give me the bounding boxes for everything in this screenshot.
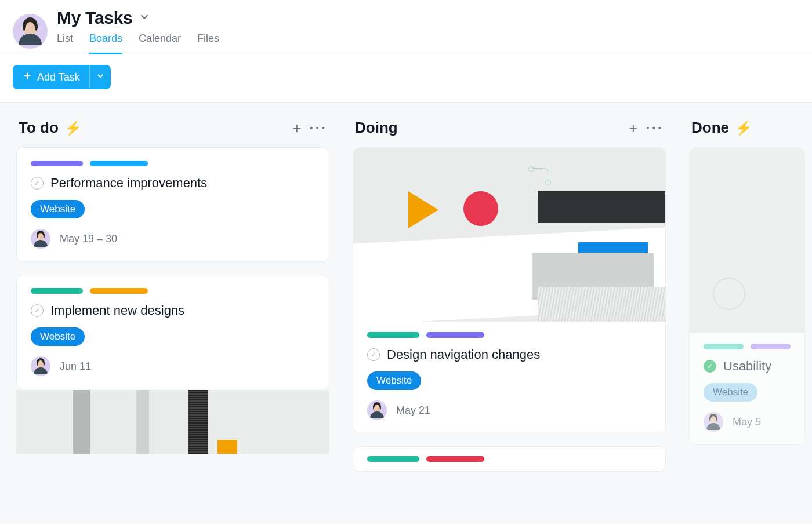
card-list: ✓ Design navigation changes Website May …: [353, 147, 666, 472]
project-pill: [90, 161, 148, 166]
column-actions: + ···: [292, 121, 327, 136]
complete-check-icon[interactable]: ✓: [31, 304, 44, 317]
task-title: Implement new designs: [50, 303, 184, 318]
project-pill: [426, 456, 484, 462]
task-title: Usability: [723, 359, 771, 374]
task-card[interactable]: [353, 446, 666, 472]
project-pill: [704, 344, 744, 349]
task-title: Performance improvements: [50, 176, 207, 191]
toolbar: Add Task: [0, 54, 812, 103]
header-row: My Tasks List Boards Calendar Files: [13, 8, 799, 54]
project-pill: [367, 332, 419, 338]
due-date: May 19 – 30: [60, 233, 117, 245]
project-pill: [31, 288, 83, 294]
task-card[interactable]: [16, 402, 329, 454]
complete-check-icon[interactable]: ✓: [367, 348, 380, 361]
card-list: ✓ Performance improvements Website May 1…: [16, 147, 329, 454]
card-list: ✓ Usability Website May 5: [689, 147, 805, 445]
task-card[interactable]: ✓ Usability Website May 5: [689, 147, 805, 445]
tab-files[interactable]: Files: [197, 29, 219, 54]
task-card[interactable]: ✓ Performance improvements Website May 1…: [16, 147, 329, 262]
project-pill: [367, 456, 419, 462]
column-header: Done ⚡: [689, 116, 805, 147]
task-meta: May 21: [367, 400, 651, 420]
assignee-avatar[interactable]: [704, 412, 723, 432]
project-pill: [751, 344, 791, 349]
page-title: My Tasks: [57, 8, 132, 28]
view-tabs: List Boards Calendar Files: [57, 29, 219, 54]
assignee-avatar[interactable]: [367, 400, 387, 420]
column-actions: + ···: [629, 121, 664, 136]
task-card[interactable]: ✓ Design navigation changes Website May …: [353, 147, 666, 433]
title-block: My Tasks List Boards Calendar Files: [57, 8, 219, 54]
project-pill: [90, 288, 148, 294]
column-title: To do: [19, 119, 59, 137]
profile-avatar[interactable]: [13, 14, 48, 49]
column-header: Doing + ···: [353, 116, 666, 147]
card-cover-image: [353, 148, 665, 322]
card-cover-image: [16, 390, 329, 454]
task-tag[interactable]: Website: [704, 383, 757, 402]
add-task-button[interactable]: Add Task: [13, 65, 89, 89]
add-card-icon[interactable]: +: [292, 121, 301, 136]
task-tag[interactable]: Website: [367, 371, 421, 390]
page-header: My Tasks List Boards Calendar Files: [0, 0, 812, 54]
due-date: May 5: [733, 416, 761, 428]
board: To do ⚡ + ··· ✓ Performance improvements…: [0, 103, 812, 524]
task-title: Design navigation changes: [387, 347, 540, 362]
column-title-wrap[interactable]: Doing: [355, 119, 398, 137]
column-done: Done ⚡ ✓ Usability Website: [689, 116, 805, 511]
column-doing: Doing + ···: [353, 116, 666, 511]
task-title-line: ✓ Design navigation changes: [367, 347, 651, 362]
due-date: Jun 11: [60, 360, 91, 373]
chevron-down-icon: [96, 71, 105, 83]
card-pill-row: [31, 288, 315, 294]
column-header: To do ⚡ + ···: [16, 116, 329, 147]
title-line[interactable]: My Tasks: [57, 8, 219, 28]
task-card[interactable]: ✓ Implement new designs Website Jun 11: [16, 275, 329, 389]
bolt-icon: ⚡: [735, 120, 752, 136]
project-pill: [426, 332, 484, 338]
due-date: May 21: [396, 405, 430, 417]
column-title-wrap[interactable]: Done ⚡: [691, 119, 752, 137]
task-tag[interactable]: Website: [31, 327, 85, 346]
tab-boards[interactable]: Boards: [89, 29, 122, 54]
column-more-icon[interactable]: ···: [646, 121, 664, 136]
bolt-icon: ⚡: [64, 120, 82, 136]
card-pill-row: [367, 332, 651, 338]
task-title-line: ✓ Performance improvements: [31, 176, 315, 191]
tab-list[interactable]: List: [57, 29, 73, 54]
chevron-down-icon: [138, 10, 151, 25]
plus-icon: [22, 71, 32, 84]
assignee-avatar[interactable]: [31, 229, 50, 249]
add-task-button-group: Add Task: [13, 65, 111, 89]
card-pill-row: [704, 344, 791, 349]
column-title: Done: [691, 119, 729, 137]
add-task-label: Add Task: [37, 71, 80, 83]
add-task-dropdown[interactable]: [89, 65, 111, 89]
complete-check-icon[interactable]: ✓: [31, 177, 44, 190]
add-card-icon[interactable]: +: [629, 121, 637, 136]
task-meta: May 19 – 30: [31, 229, 315, 249]
complete-check-icon[interactable]: ✓: [704, 360, 716, 373]
column-title-wrap[interactable]: To do ⚡: [19, 119, 82, 137]
assignee-avatar[interactable]: [31, 356, 50, 376]
card-pill-row: [31, 161, 315, 166]
task-title-line: ✓ Implement new designs: [31, 303, 315, 318]
task-meta: Jun 11: [31, 356, 315, 376]
column-title: Doing: [355, 119, 398, 137]
column-todo: To do ⚡ + ··· ✓ Performance improvements…: [16, 116, 329, 511]
project-pill: [31, 161, 83, 166]
column-more-icon[interactable]: ···: [309, 121, 327, 136]
tab-calendar[interactable]: Calendar: [139, 29, 181, 54]
task-tag[interactable]: Website: [31, 200, 85, 218]
task-title-line: ✓ Usability: [704, 359, 791, 374]
task-meta: May 5: [704, 412, 791, 432]
card-pill-row: [367, 456, 651, 462]
card-cover-image: [690, 148, 804, 333]
